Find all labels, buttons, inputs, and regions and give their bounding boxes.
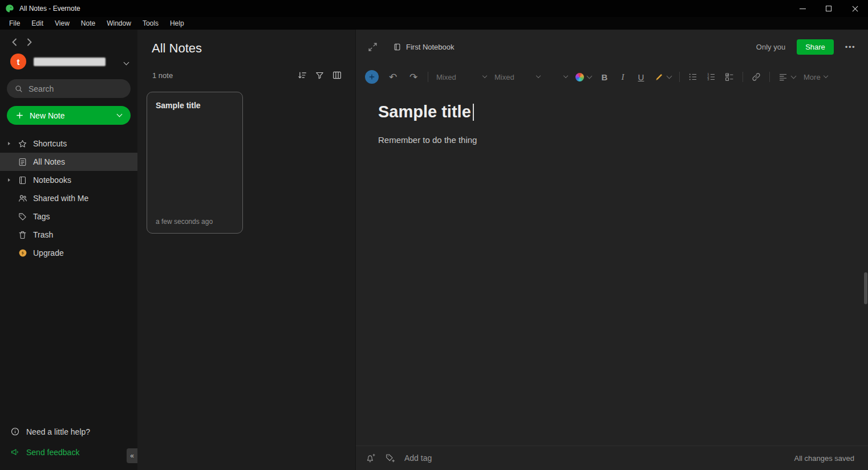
bell-plus-icon <box>366 453 376 463</box>
add-tag-label[interactable]: Add tag <box>404 453 432 463</box>
notebook-icon <box>393 43 401 51</box>
toolbar-divider <box>428 72 428 82</box>
search-icon <box>14 84 23 93</box>
sidebar-item-all-notes[interactable]: All Notes <box>0 153 137 171</box>
font-size-dropdown[interactable]: Mixed <box>494 73 540 81</box>
sidebar-item-label: Tags <box>33 212 50 221</box>
sidebar-item-tags[interactable]: Tags <box>0 207 137 226</box>
close-button[interactable] <box>842 0 868 17</box>
help-label: Need a little help? <box>26 427 90 436</box>
add-reminder-button[interactable] <box>366 453 376 463</box>
menu-help[interactable]: Help <box>164 18 190 29</box>
add-tag-button[interactable] <box>385 453 395 463</box>
chevron-down-icon <box>587 73 593 79</box>
style-dropdown[interactable] <box>548 76 567 77</box>
sidebar-item-label: Shortcuts <box>33 139 67 148</box>
sidebar-item-shared-with-me[interactable]: Shared with Me <box>0 189 137 207</box>
note-body-text[interactable]: Remember to do the thing <box>378 135 845 145</box>
scrollbar-thumb[interactable] <box>864 272 867 304</box>
sidebar-nav: Shortcuts All Notes Notebooks <box>0 134 137 262</box>
minimize-button[interactable] <box>789 0 816 17</box>
sidebar-item-trash[interactable]: Trash <box>0 226 137 244</box>
menu-window[interactable]: Window <box>101 18 137 29</box>
chevron-right-icon <box>27 38 32 46</box>
undo-button[interactable]: ↶ <box>387 71 399 83</box>
help-button[interactable]: Need a little help? <box>0 421 137 442</box>
menu-view[interactable]: View <box>49 18 75 29</box>
notebook-icon <box>17 175 28 186</box>
filter-button[interactable] <box>315 71 325 80</box>
sort-button[interactable] <box>297 70 307 80</box>
tag-icon <box>17 211 28 222</box>
search-input[interactable] <box>29 84 123 93</box>
font-family-dropdown[interactable]: Mixed <box>436 73 486 81</box>
sidebar-item-label: Trash <box>33 230 53 239</box>
font-color-button[interactable] <box>575 73 591 81</box>
highlighter-pen-icon <box>654 72 664 82</box>
sidebar-item-shortcuts[interactable]: Shortcuts <box>0 134 137 153</box>
insert-link-button[interactable] <box>751 72 761 82</box>
new-note-button[interactable]: New Note <box>7 106 131 125</box>
underline-button[interactable]: U <box>636 72 646 82</box>
new-note-dropdown[interactable] <box>108 106 131 125</box>
note-title-input[interactable]: Sample title <box>378 103 845 121</box>
color-swatch-icon <box>575 73 584 81</box>
more-formatting-dropdown[interactable]: More <box>804 73 828 81</box>
chevron-down-icon <box>667 73 672 79</box>
menu-edit[interactable]: Edit <box>26 18 49 29</box>
account-switcher[interactable]: t <box>0 46 137 70</box>
maximize-button[interactable] <box>816 0 842 17</box>
expand-caret-icon[interactable] <box>6 142 12 145</box>
maximize-icon <box>826 6 832 11</box>
insert-button[interactable] <box>365 70 379 84</box>
numbered-list-button[interactable]: 123 <box>706 72 716 82</box>
more-options-button[interactable]: ••• <box>845 43 855 51</box>
sidebar-item-label: All Notes <box>33 157 65 166</box>
new-note-main[interactable]: New Note <box>7 111 108 120</box>
highlight-button[interactable] <box>654 72 671 82</box>
editor-header: First Notebook Only you Share ••• <box>356 30 868 64</box>
sidebar-item-upgrade[interactable]: Upgrade <box>0 244 137 262</box>
search-bar[interactable] <box>7 79 131 98</box>
sidebar-item-notebooks[interactable]: Notebooks <box>0 171 137 189</box>
menu-tools[interactable]: Tools <box>137 18 164 29</box>
trash-icon <box>17 230 28 240</box>
toolbar-divider <box>769 72 770 82</box>
note-card[interactable]: Sample title a few seconds ago <box>147 92 243 234</box>
chevron-down-icon <box>563 73 568 78</box>
title-bar: All Notes - Evernote <box>0 0 868 17</box>
note-card-title: Sample title <box>156 101 234 110</box>
chevron-down-icon <box>791 73 797 79</box>
expand-caret-icon[interactable] <box>6 178 12 182</box>
menu-bar: File Edit View Note Window Tools Help <box>0 17 868 30</box>
expand-icon <box>367 42 378 52</box>
font-size-value: Mixed <box>494 73 514 81</box>
send-feedback-button[interactable]: Send feedback <box>0 442 137 464</box>
redo-button[interactable]: ↷ <box>407 71 420 83</box>
note-count: 1 note <box>152 71 173 80</box>
align-button[interactable] <box>778 72 796 82</box>
menu-note[interactable]: Note <box>75 18 101 29</box>
share-button[interactable]: Share <box>797 39 834 55</box>
checklist-button[interactable] <box>724 72 735 82</box>
bold-button[interactable]: B <box>599 72 610 82</box>
evernote-logo-icon <box>5 4 14 13</box>
notebook-selector[interactable]: First Notebook <box>393 43 455 51</box>
avatar[interactable]: t <box>10 54 26 70</box>
board-view-icon <box>332 70 342 80</box>
info-icon <box>10 427 20 436</box>
view-options-button[interactable] <box>332 70 342 80</box>
note-title-text: Sample title <box>378 103 471 121</box>
back-button[interactable] <box>12 38 17 46</box>
note-editor-canvas[interactable]: Sample title Remember to do the thing <box>356 90 868 446</box>
menu-file[interactable]: File <box>3 18 26 29</box>
collapse-sidebar-button[interactable]: « <box>127 448 137 463</box>
forward-button[interactable] <box>27 38 32 46</box>
notebook-name: First Notebook <box>406 43 455 51</box>
feedback-megaphone-icon <box>10 447 20 457</box>
italic-button[interactable]: I <box>618 72 628 82</box>
account-chevron-down-icon[interactable] <box>124 56 128 67</box>
expand-note-button[interactable] <box>366 40 379 54</box>
visibility-label[interactable]: Only you <box>756 43 785 51</box>
bullet-list-button[interactable] <box>688 72 698 82</box>
